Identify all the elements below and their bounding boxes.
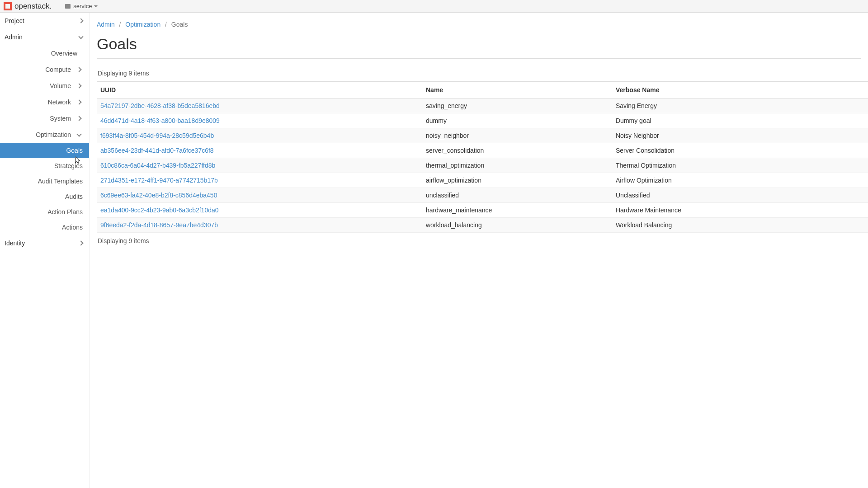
cell-name: saving_energy	[422, 99, 612, 113]
item-count-bottom: Displaying 9 items	[97, 233, 868, 244]
uuid-link[interactable]: ea1da400-9cc2-4b23-9ab0-6a3cb2f10da0	[100, 206, 219, 214]
table-row: 271d4351-e172-4ff1-9470-a7742715b17bairf…	[97, 173, 868, 188]
table-row: 54a72197-2dbe-4628-af38-b5dea5816ebdsavi…	[97, 99, 868, 113]
chevron-right-icon	[78, 18, 83, 23]
cell-verbose: Dummy goal	[612, 113, 868, 128]
brand-logo[interactable]: openstack.	[4, 2, 52, 11]
table-row: ab356ee4-23df-441d-afd0-7a6fce37c6f8serv…	[97, 143, 868, 158]
nav-optimization-label: Optimization	[5, 131, 75, 138]
page-title: Goals	[90, 33, 868, 58]
chevron-right-icon	[76, 116, 81, 121]
table-row: f693ff4a-8f05-454d-994a-28c59d5e6b4bnois…	[97, 128, 868, 143]
breadcrumb-optimization[interactable]: Optimization	[125, 21, 160, 28]
nav-goals[interactable]: Goals	[0, 143, 89, 158]
cell-uuid: 271d4351-e172-4ff1-9470-a7742715b17b	[97, 173, 422, 188]
nav-overview-label: Overview	[5, 50, 81, 57]
brand-text: openstack.	[14, 2, 52, 11]
chevron-down-icon	[78, 34, 83, 39]
uuid-link[interactable]: 9f6eeda2-f2da-4d18-8657-9ea7be4d307b	[100, 221, 218, 229]
nav-strategies[interactable]: Strategies	[0, 158, 89, 174]
col-header-verbose[interactable]: Verbose Name	[612, 82, 868, 99]
nav-overview[interactable]: Overview	[0, 45, 89, 61]
breadcrumb: Admin / Optimization / Goals	[90, 13, 868, 33]
nav-admin-label: Admin	[5, 33, 23, 41]
table-row: 9f6eeda2-f2da-4d18-8657-9ea7be4d307bwork…	[97, 218, 868, 233]
uuid-link[interactable]: 6c69ee63-fa42-40e8-b2f8-c856d4eba450	[100, 192, 217, 199]
nav-actions[interactable]: Actions	[0, 220, 89, 235]
cell-verbose: Hardware Maintenance	[612, 203, 868, 218]
cell-uuid: 54a72197-2dbe-4628-af38-b5dea5816ebd	[97, 99, 422, 113]
nav-identity[interactable]: Identity	[0, 235, 89, 251]
nav-system-label: System	[5, 115, 75, 122]
chevron-down-icon	[76, 131, 81, 136]
uuid-link[interactable]: ab356ee4-23df-441d-afd0-7a6fce37c6f8	[100, 147, 214, 154]
main-content: Admin / Optimization / Goals Goals Displ…	[90, 13, 868, 488]
cell-name: noisy_neighbor	[422, 128, 612, 143]
cell-uuid: 9f6eeda2-f2da-4d18-8657-9ea7be4d307b	[97, 218, 422, 233]
cell-uuid: 610c86ca-6a04-4d27-b439-fb5a227ffd8b	[97, 158, 422, 173]
cell-name: hardware_maintenance	[422, 203, 612, 218]
cell-verbose: Noisy Neighbor	[612, 128, 868, 143]
nav-strategies-label: Strategies	[54, 162, 83, 169]
chevron-right-icon	[78, 240, 83, 245]
nav-admin[interactable]: Admin	[0, 29, 89, 45]
uuid-link[interactable]: 271d4351-e172-4ff1-9470-a7742715b17b	[100, 177, 218, 184]
table-row: 46dd471d-4a18-4f63-a800-baa18d9e8009dumm…	[97, 113, 868, 128]
breadcrumb-sep: /	[162, 21, 170, 28]
chevron-right-icon	[76, 83, 81, 88]
topbar: openstack. service	[0, 0, 868, 13]
cell-uuid: 6c69ee63-fa42-40e8-b2f8-c856d4eba450	[97, 188, 422, 203]
item-count-top: Displaying 9 items	[97, 70, 868, 81]
nav-goals-label: Goals	[66, 147, 83, 154]
cell-verbose: Server Consolidation	[612, 143, 868, 158]
col-header-name[interactable]: Name	[422, 82, 612, 99]
nav-audits-label: Audits	[65, 193, 83, 200]
nav-audit-templates-label: Audit Templates	[38, 178, 83, 185]
table-row: 610c86ca-6a04-4d27-b439-fb5a227ffd8bther…	[97, 158, 868, 173]
nav-network-label: Network	[5, 99, 75, 106]
cell-uuid: ab356ee4-23df-441d-afd0-7a6fce37c6f8	[97, 143, 422, 158]
nav-optimization-children: Goals Strategies Audit Templates Audits …	[0, 143, 89, 235]
nav-optimization[interactable]: Optimization	[0, 127, 89, 143]
goals-table: UUID Name Verbose Name 54a72197-2dbe-462…	[97, 81, 868, 233]
nav-action-plans[interactable]: Action Plans	[0, 204, 89, 220]
cell-uuid: ea1da400-9cc2-4b23-9ab0-6a3cb2f10da0	[97, 203, 422, 218]
cell-name: unclassified	[422, 188, 612, 203]
nav-volume[interactable]: Volume	[0, 78, 89, 94]
nav-compute[interactable]: Compute	[0, 61, 89, 78]
uuid-link[interactable]: 46dd471d-4a18-4f63-a800-baa18d9e8009	[100, 117, 220, 124]
cell-name: dummy	[422, 113, 612, 128]
cell-name: airflow_optimization	[422, 173, 612, 188]
nav-admin-children: Overview Compute Volume Network System O…	[0, 45, 89, 235]
chevron-right-icon	[76, 99, 81, 104]
uuid-link[interactable]: 610c86ca-6a04-4d27-b439-fb5a227ffd8b	[100, 162, 215, 169]
nav-project[interactable]: Project	[0, 13, 89, 29]
breadcrumb-current: Goals	[171, 21, 188, 28]
cell-verbose: Airflow Optimization	[612, 173, 868, 188]
project-selector-label: service	[73, 3, 92, 9]
table-row: 6c69ee63-fa42-40e8-b2f8-c856d4eba450uncl…	[97, 188, 868, 203]
cell-uuid: f693ff4a-8f05-454d-994a-28c59d5e6b4b	[97, 128, 422, 143]
cell-name: server_consolidation	[422, 143, 612, 158]
project-icon	[65, 4, 71, 9]
col-header-uuid[interactable]: UUID	[97, 82, 422, 99]
breadcrumb-admin[interactable]: Admin	[97, 21, 115, 28]
uuid-link[interactable]: 54a72197-2dbe-4628-af38-b5dea5816ebd	[100, 102, 220, 109]
project-selector[interactable]: service	[65, 3, 98, 9]
caret-down-icon	[94, 5, 98, 7]
cell-verbose: Thermal Optimization	[612, 158, 868, 173]
nav-network[interactable]: Network	[0, 94, 89, 110]
cell-verbose: Workload Balancing	[612, 218, 868, 233]
uuid-link[interactable]: f693ff4a-8f05-454d-994a-28c59d5e6b4b	[100, 132, 214, 139]
nav-audits[interactable]: Audits	[0, 189, 89, 204]
cell-name: workload_balancing	[422, 218, 612, 233]
breadcrumb-sep: /	[117, 21, 124, 28]
nav-volume-label: Volume	[5, 82, 75, 89]
sidebar: Project Admin Overview Compute Volume Ne…	[0, 13, 90, 488]
openstack-icon	[4, 2, 12, 10]
nav-action-plans-label: Action Plans	[47, 208, 83, 216]
cell-name: thermal_optimization	[422, 158, 612, 173]
table-row: ea1da400-9cc2-4b23-9ab0-6a3cb2f10da0hard…	[97, 203, 868, 218]
nav-system[interactable]: System	[0, 110, 89, 127]
nav-audit-templates[interactable]: Audit Templates	[0, 174, 89, 189]
